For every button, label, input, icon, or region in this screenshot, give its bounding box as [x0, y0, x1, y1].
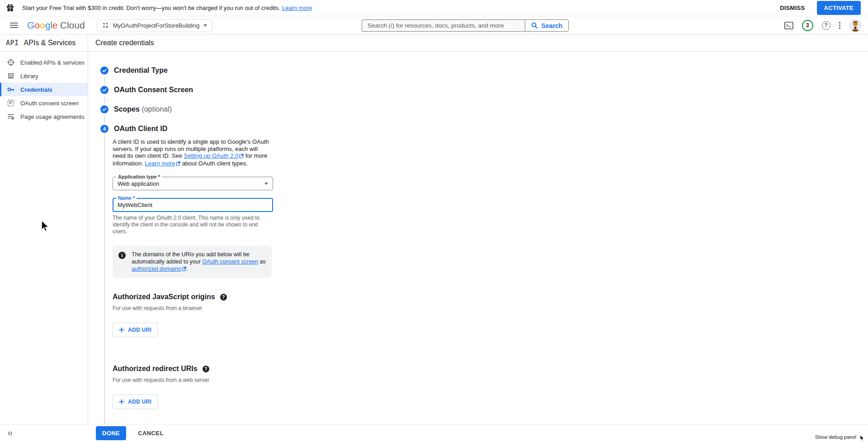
gift-icon — [6, 4, 14, 12]
application-type-label: Application type * — [116, 174, 162, 179]
step-title: OAuth Client ID — [114, 125, 167, 133]
oauth-consent-screen-link[interactable]: OAuth consent screen — [202, 259, 258, 265]
agreements-icon — [7, 113, 14, 120]
logo-letter: g — [45, 20, 51, 31]
external-link-icon — [176, 160, 180, 168]
logo-letter: o — [34, 20, 40, 31]
oauth-client-form: A client ID is used to identify a single… — [104, 136, 868, 442]
main-panel: Create credentials Credential Type OAuth… — [88, 35, 868, 424]
check-icon — [100, 66, 108, 75]
footer-cancel-button[interactable]: CANCEL — [138, 430, 164, 437]
search-input[interactable] — [362, 19, 525, 32]
check-icon — [100, 86, 108, 94]
sidebar-item-label: Page usage agreements — [20, 113, 85, 120]
js-origins-subtext: For use with requests from a browser — [113, 305, 868, 311]
sidebar-title: APIs & Services — [24, 39, 76, 47]
learn-more-link[interactable]: Learn more — [145, 160, 175, 167]
step-optional-suffix: (optional) — [142, 105, 172, 113]
external-link-icon — [239, 153, 244, 160]
step-title: Credential Type — [114, 66, 168, 75]
application-type-field: Application type * Web application — [113, 177, 273, 190]
library-icon — [7, 72, 14, 80]
footer-actions: DONE CANCEL — [88, 426, 164, 440]
step-connector — [104, 77, 105, 84]
client-name-field: Name * — [113, 198, 273, 212]
js-origins-heading: Authorized JavaScript origins ? — [113, 293, 868, 301]
check-icon — [100, 105, 108, 113]
header-actions: 3 ? — [784, 19, 862, 32]
info-text: The domains of the URIs you add below wi… — [132, 251, 266, 273]
sidebar-item-label: OAuth consent screen — [20, 100, 79, 107]
step-oauth-client-id: 4 OAuth Client ID — [100, 125, 868, 133]
step-connector — [104, 116, 105, 122]
help-icon[interactable]: ? — [203, 366, 209, 372]
footer-bar: DONE CANCEL Show debug panel — [0, 424, 868, 442]
redirect-uris-subtext: For use with requests from a web server — [113, 377, 868, 383]
avatar[interactable] — [849, 19, 862, 32]
help-icon: ? — [824, 22, 827, 28]
collapse-panel-icon[interactable] — [6, 430, 13, 437]
client-name-helper: The name of your OAuth 2.0 client. This … — [113, 215, 270, 235]
notifications-button[interactable]: 3 — [802, 20, 813, 31]
stepper: Credential Type OAuth Consent Screen — [88, 52, 868, 442]
google-cloud-logo[interactable]: Google Cloud — [27, 20, 85, 31]
consent-screen-icon — [7, 99, 14, 107]
banner-text: Start your Free Trial with $300 in credi… — [22, 5, 280, 11]
app-header: Google Cloud MyOAuthProjectForStoreBuild… — [0, 16, 868, 35]
activate-button[interactable]: ACTIVATE — [817, 1, 861, 15]
step-number-badge: 4 — [100, 125, 108, 133]
add-origin-uri-button[interactable]: ADD URI — [113, 323, 158, 337]
sidebar-nav: Enabled APIs & services Library — [0, 52, 88, 123]
terminal-icon — [784, 22, 793, 29]
global-search: Search — [362, 19, 569, 32]
logo-cloud-word: Cloud — [60, 20, 85, 31]
domains-info-box: i The domains of the URIs you add below … — [113, 246, 272, 278]
step-title: OAuth Consent Screen — [114, 86, 193, 94]
setting-up-oauth-link[interactable]: Setting up OAuth 2.0 — [184, 152, 239, 159]
redirect-uris-heading: Authorized redirect URIs ? — [113, 365, 868, 373]
add-redirect-uri-button[interactable]: ADD URI — [113, 395, 158, 409]
help-icon[interactable]: ? — [220, 294, 227, 301]
step-scopes[interactable]: Scopes (optional) — [100, 105, 868, 113]
search-button[interactable]: Search — [525, 19, 569, 32]
logo-letter: G — [27, 20, 34, 31]
sidebar-item-page-usage[interactable]: Page usage agreements — [0, 110, 88, 123]
api-logo: API — [6, 39, 19, 47]
sidebar-item-enabled-apis[interactable]: Enabled APIs & services — [0, 56, 88, 69]
logo-letter: e — [52, 20, 58, 31]
step-credential-type[interactable]: Credential Type — [100, 66, 868, 75]
logo-letter: o — [40, 20, 45, 31]
menu-icon[interactable] — [10, 23, 18, 28]
authorized-domains-link[interactable]: authorized domains — [132, 266, 181, 272]
gcp-console: Start your Free Trial with $300 in credi… — [0, 0, 868, 442]
page-title: Create credentials — [88, 35, 868, 52]
step-connector — [104, 96, 105, 103]
workspace: API APIs & Services Enabled APIs & servi… — [0, 35, 868, 424]
sidebar-header: API APIs & Services — [0, 35, 88, 52]
project-selector[interactable]: MyOAuthProjectForStoreBuilding — [97, 19, 212, 32]
chevron-down-icon — [203, 24, 207, 27]
sidebar-item-oauth-consent[interactable]: OAuth consent screen — [0, 96, 88, 110]
cloud-shell-button[interactable] — [784, 22, 793, 29]
key-icon — [7, 86, 14, 93]
help-button[interactable]: ? — [822, 21, 830, 30]
search-button-label: Search — [541, 22, 562, 29]
info-icon: i — [118, 252, 126, 259]
add-uri-label: ADD URI — [128, 327, 151, 333]
step-description: A client ID is used to identify a single… — [113, 138, 270, 167]
sidebar-item-library[interactable]: Library — [0, 69, 88, 83]
dismiss-button[interactable]: DISMISS — [780, 5, 805, 11]
enabled-apis-icon — [7, 59, 14, 66]
application-type-value: Web application — [118, 180, 159, 187]
show-debug-panel-link[interactable]: Show debug panel — [815, 434, 856, 440]
done-button[interactable]: DONE — [96, 426, 126, 440]
banner-learn-more-link[interactable]: Learn more — [282, 5, 312, 11]
step-title: Scopes (optional) — [114, 105, 172, 113]
more-options-button[interactable] — [839, 22, 841, 29]
step-oauth-consent-screen[interactable]: OAuth Consent Screen — [100, 86, 868, 94]
client-name-label: Name * — [116, 195, 137, 201]
section-title: Authorized redirect URIs — [113, 365, 198, 373]
external-link-icon — [182, 266, 186, 273]
sidebar-item-label: Enabled APIs & services — [20, 59, 85, 66]
sidebar-item-credentials[interactable]: Credentials — [0, 83, 88, 96]
